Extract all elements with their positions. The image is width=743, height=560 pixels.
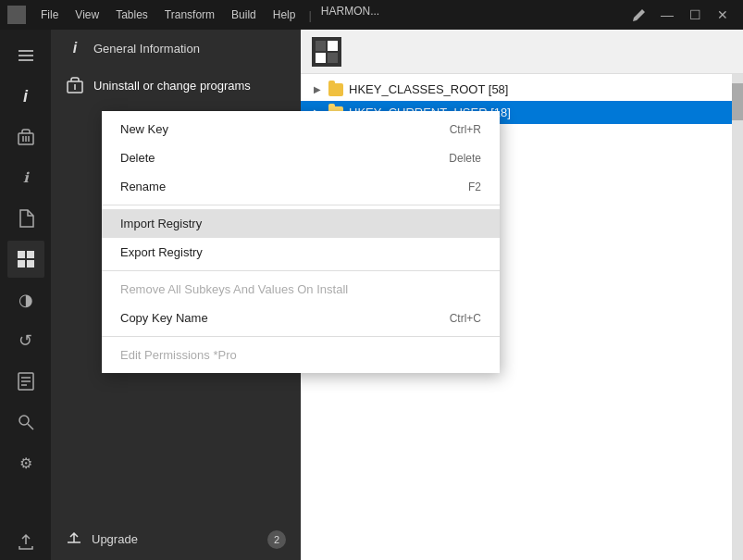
- svg-rect-1: [18, 6, 25, 14]
- sidebar-item-grid[interactable]: [7, 241, 44, 278]
- svg-line-17: [28, 424, 33, 429]
- logo-cell-4: [328, 53, 338, 63]
- edit-icon[interactable]: [626, 6, 652, 24]
- ctx-export-registry[interactable]: Export Registry: [102, 238, 500, 267]
- right-panel-header: [301, 30, 743, 74]
- logo-cell-2: [328, 41, 338, 51]
- folder-icon: [328, 83, 343, 96]
- app-icon: [7, 6, 26, 24]
- left-panel-item-general[interactable]: i General Information: [51, 30, 301, 67]
- context-menu: New Key Ctrl+R Delete Delete Rename F2 I…: [102, 111, 500, 373]
- maximize-button[interactable]: ☐: [682, 6, 708, 24]
- sidebar-item-search[interactable]: [7, 404, 44, 441]
- left-panel-item-uninstall[interactable]: Uninstall or change programs: [51, 67, 301, 104]
- sidebar-hamburger[interactable]: [7, 37, 44, 74]
- ctx-divider-1: [102, 205, 500, 205]
- ctx-import-registry[interactable]: Import Registry: [102, 209, 500, 238]
- sidebar-item-uninstall[interactable]: [7, 118, 44, 156]
- menu-view[interactable]: View: [68, 5, 106, 26]
- upgrade-icon: [66, 529, 82, 549]
- sidebar-item-info[interactable]: i: [7, 78, 44, 115]
- main-layout: i ℹ ◑ ↺: [0, 30, 743, 560]
- svg-rect-2: [8, 16, 16, 23]
- svg-rect-10: [18, 260, 25, 268]
- tree-arrow-icon: ▶: [312, 84, 323, 95]
- sidebar-item-circle[interactable]: ◑: [7, 281, 44, 318]
- sidebar-item-wrench[interactable]: ⚙: [7, 444, 44, 481]
- scrollbar-thumb[interactable]: [732, 83, 743, 120]
- menu-tables[interactable]: Tables: [108, 5, 155, 26]
- svg-rect-3: [18, 16, 25, 23]
- info-icon: i: [66, 39, 84, 57]
- tree-item-classes-root[interactable]: ▶ HKEY_CLASSES_ROOT [58]: [301, 78, 743, 101]
- upgrade-badge: 2: [267, 530, 286, 549]
- sidebar-item-info2[interactable]: ℹ: [7, 159, 44, 196]
- sidebar: i ℹ ◑ ↺: [0, 30, 51, 560]
- ctx-divider-2: [102, 270, 500, 271]
- logo-cell-1: [316, 41, 326, 51]
- ctx-rename[interactable]: Rename F2: [102, 172, 500, 201]
- ctx-remove-subkeys: Remove All Subkeys And Values On Install: [102, 275, 500, 304]
- svg-rect-0: [8, 6, 16, 14]
- ctx-edit-permissions: Edit Permissions *Pro: [102, 341, 500, 369]
- close-button[interactable]: ✕: [710, 6, 736, 24]
- menu-file[interactable]: File: [33, 5, 66, 26]
- ctx-divider-3: [102, 336, 500, 337]
- sidebar-item-file[interactable]: [7, 200, 44, 237]
- sidebar-item-arrow[interactable]: ↺: [7, 322, 44, 359]
- hamburger-icon: [19, 50, 33, 61]
- app-logo: [312, 37, 341, 67]
- ctx-new-key[interactable]: New Key Ctrl+R: [102, 115, 500, 143]
- upgrade-bar[interactable]: Upgrade 2: [51, 518, 301, 560]
- menu-build[interactable]: Build: [224, 5, 264, 26]
- minimize-button[interactable]: —: [654, 6, 680, 24]
- left-panel: i General Information Uninstall or chang…: [51, 30, 301, 560]
- menu-transform[interactable]: Transform: [157, 5, 222, 26]
- ctx-copy-key-name[interactable]: Copy Key Name Ctrl+C: [102, 304, 500, 332]
- svg-rect-11: [27, 260, 34, 268]
- svg-rect-8: [18, 251, 25, 258]
- uninstall-icon: [66, 76, 84, 94]
- menu-help[interactable]: Help: [266, 5, 303, 26]
- ctx-delete[interactable]: Delete Delete: [102, 143, 500, 172]
- scrollbar-track[interactable]: [732, 74, 743, 560]
- svg-rect-9: [27, 251, 34, 258]
- svg-point-16: [19, 416, 29, 425]
- app-name: HARMON...: [321, 5, 379, 26]
- title-bar: File View Tables Transform Build Help | …: [0, 0, 743, 30]
- logo-cell-3: [316, 53, 326, 63]
- menu-bar: File View Tables Transform Build Help | …: [33, 5, 619, 26]
- sidebar-item-upload[interactable]: [7, 523, 44, 560]
- sidebar-item-doc[interactable]: [7, 363, 44, 400]
- window-controls: — ☐ ✕: [626, 6, 736, 24]
